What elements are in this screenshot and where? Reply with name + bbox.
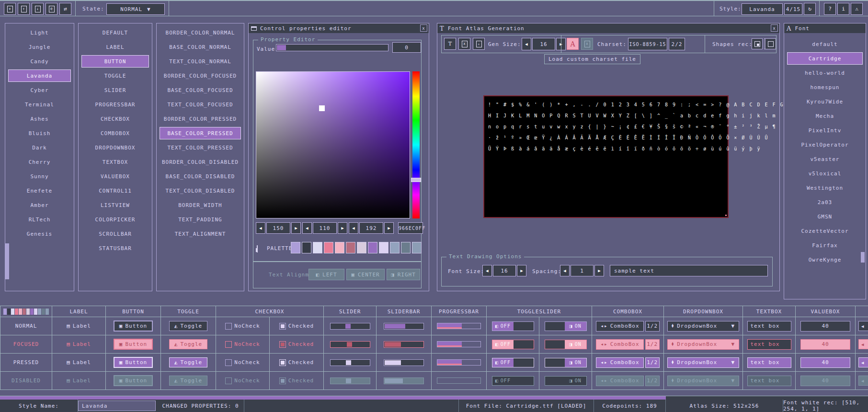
property-list-item[interactable]: BORDER_COLOR_FOCUSED (160, 69, 241, 82)
combobox-widget[interactable]: ◂▸ComboBox1/2 (596, 357, 659, 368)
font-list-item[interactable]: 2a03 (787, 196, 863, 208)
palette-swatch[interactable] (302, 242, 311, 253)
font-list-item[interactable]: Mecha (787, 110, 863, 122)
style-list-item[interactable]: Bluish (8, 127, 71, 139)
control-list-item[interactable]: SCROLLBAR (81, 228, 149, 240)
control-list-item[interactable]: SLIDER (81, 84, 149, 96)
slider-handle[interactable] (347, 342, 352, 347)
load-style-button[interactable]: ↑ (18, 3, 30, 15)
align-right-button[interactable]: ◨ RIGHT (387, 269, 420, 280)
align-left-button[interactable]: ◧ LEFT (308, 269, 344, 280)
align-center-button[interactable]: ▣ CENTER (346, 269, 385, 280)
font-size-decrease-button[interactable]: ◀ (482, 265, 492, 276)
report-issue-button[interactable]: ⚠ (851, 3, 863, 15)
save-style-button[interactable]: ↓ (32, 3, 44, 15)
unload-font-button[interactable]: x (458, 38, 470, 50)
font-list-item[interactable]: Cartridge (787, 52, 863, 65)
button-widget[interactable]: ▣Button (114, 339, 153, 350)
control-list-item[interactable]: TEXTBOX (81, 156, 149, 168)
unload-charset-button[interactable]: x (581, 38, 593, 50)
new-style-button[interactable]: + (4, 3, 16, 15)
palette-swatch[interactable] (368, 242, 377, 253)
property-list-item[interactable]: TEXT_PADDING (160, 213, 241, 226)
spacing-increase-button[interactable]: ▶ (594, 265, 604, 276)
font-list-item[interactable]: homespun (787, 81, 863, 93)
checkbox-unchecked[interactable]: NoCheck (225, 341, 260, 348)
control-list-item[interactable]: CONTROL11 (81, 184, 149, 197)
textbox-widget[interactable]: text box (747, 357, 791, 368)
palette-swatch[interactable] (357, 242, 366, 253)
fonts-list-scrollbar[interactable] (861, 252, 865, 263)
toggleslider-knob[interactable]: ◨ON (565, 322, 586, 331)
sliderbar-widget[interactable] (384, 323, 424, 330)
green-increase-button[interactable]: ▶ (338, 222, 347, 234)
control-list-item[interactable]: LISTVIEW (81, 199, 149, 211)
style-list-item[interactable]: Lavanda (8, 69, 71, 82)
control-list-item[interactable]: TOGGLE (81, 69, 149, 82)
toggleslider-off[interactable]: ◧OFF (492, 321, 534, 331)
slider-handle[interactable] (345, 324, 351, 329)
font-list-item[interactable]: Fairfax (787, 239, 863, 252)
palette-swatch[interactable] (291, 242, 300, 253)
style-list-item[interactable]: Cherry (8, 156, 71, 168)
dropdownbox-widget[interactable]: ▲▼DropdownBox▼ (667, 339, 739, 350)
toggle-widget[interactable]: ◭Toggle (169, 357, 207, 367)
valuebox-widget[interactable]: 40 (800, 339, 850, 350)
export-style-button[interactable]: e (46, 3, 57, 15)
blue-decrease-button[interactable]: ◀ (349, 222, 358, 234)
palette-swatch[interactable] (379, 242, 388, 253)
font-list-item[interactable]: PixelOperator (787, 138, 863, 151)
shapes-rec-fill-button[interactable] (752, 38, 763, 49)
close-icon[interactable]: x (771, 24, 778, 32)
styles-list-scrollbar[interactable] (5, 243, 9, 279)
valuebox-widget[interactable]: 40 (800, 357, 850, 368)
gen-size-value-box[interactable]: 16 (532, 38, 555, 50)
style-list-item[interactable]: Terminal (8, 98, 71, 111)
font-text-button[interactable]: T (444, 38, 456, 50)
style-name-box[interactable]: Lavanda (742, 3, 783, 15)
slider-widget[interactable] (330, 323, 370, 330)
style-list-item[interactable]: Cyber (8, 84, 71, 96)
hue-bar-handle[interactable] (411, 178, 421, 182)
style-list-item[interactable]: Light (8, 26, 71, 39)
color-picker-marker[interactable] (319, 105, 325, 111)
export-atlas-image-button[interactable]: ▵ (473, 38, 485, 50)
font-size-increase-button[interactable]: ▶ (517, 265, 526, 276)
palette-swatch[interactable] (346, 242, 355, 253)
toggleslider-knob[interactable]: ◨ON (565, 358, 586, 367)
checkbox-unchecked[interactable]: NoCheck (225, 323, 260, 330)
font-list-item[interactable]: OwreKynge (787, 253, 863, 266)
sliderbar-widget[interactable] (384, 359, 424, 366)
style-list-item[interactable]: Genesis (8, 228, 71, 240)
state-dropdown[interactable]: NORMAL ▼ (106, 3, 165, 15)
toggle-widget[interactable]: ◭Toggle (169, 321, 207, 331)
property-list-item[interactable]: BORDER_WIDTH (160, 199, 241, 211)
properties-editor-titlebar[interactable]: Control properties editor x (249, 23, 429, 33)
combobox-widget[interactable]: ◂▸ComboBox1/2 (596, 339, 659, 350)
spacing-decrease-button[interactable]: ◀ (560, 265, 570, 276)
color-picker-panel[interactable] (256, 71, 410, 218)
toggleslider-on[interactable]: ◨ON (545, 358, 587, 367)
textbox-widget[interactable]: text box (747, 339, 791, 350)
toggleslider-off[interactable]: ◧OFF (492, 358, 534, 367)
combobox-widget[interactable]: ◂▸ComboBox1/2 (596, 321, 659, 332)
value-box[interactable]: 0 (392, 42, 421, 53)
button-widget[interactable]: ▣Button (114, 357, 153, 368)
font-list-item[interactable]: Westington (787, 182, 863, 194)
toggle-widget[interactable]: ◭Toggle (169, 339, 207, 349)
property-list-item[interactable]: TEXT_COLOR_FOCUSED (160, 98, 241, 111)
info-button[interactable]: i (837, 3, 849, 15)
control-list-item[interactable]: CHECKBOX (81, 113, 149, 125)
font-list-item[interactable]: Kyrou7Wide (787, 95, 863, 108)
close-icon[interactable]: x (420, 24, 427, 32)
red-decrease-button[interactable]: ◀ (256, 222, 265, 234)
toggleslider-knob[interactable]: ◧OFF (492, 322, 514, 331)
control-list-item[interactable]: COMBOBOX (81, 127, 149, 139)
style-list-item[interactable]: RLTech (8, 213, 71, 226)
hex-color-box[interactable]: 966EC0FF (398, 222, 423, 234)
control-list-item[interactable]: DEFAULT (81, 26, 149, 39)
toggleslider-on[interactable]: ◨ON (545, 321, 587, 331)
font-list-item[interactable]: default (787, 38, 863, 50)
font-list-item[interactable]: v5easter (787, 153, 863, 165)
valuebox-widget[interactable]: 40 (800, 321, 850, 332)
